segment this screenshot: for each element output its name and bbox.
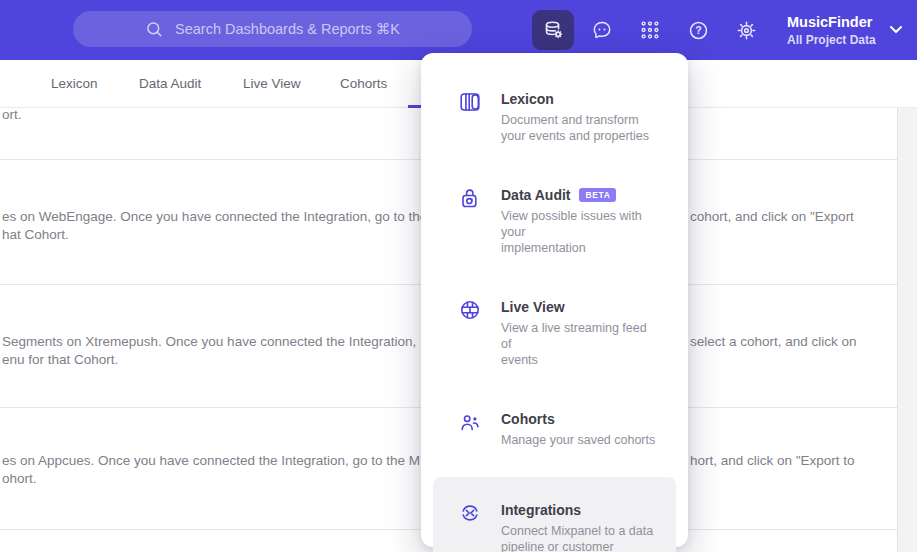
database-gear-icon <box>542 19 565 42</box>
menu-item-title: Live View <box>501 298 565 316</box>
tab-lexicon[interactable]: Lexicon <box>51 60 98 108</box>
cohorts-people-icon <box>458 410 482 434</box>
apps-menu-button[interactable] <box>629 10 671 50</box>
menu-item-description: Manage your saved cohorts <box>501 432 655 448</box>
data-management-button[interactable] <box>532 10 574 50</box>
apps-grid-icon <box>639 19 661 41</box>
menu-item-live-view[interactable]: Live View View a live streaming feed of … <box>433 285 676 381</box>
row-text-fragment: select a cohort, and click on <box>690 333 857 351</box>
menu-item-data-audit[interactable]: Data Audit BETA View possible issues wit… <box>433 173 676 269</box>
lexicon-book-icon <box>458 90 482 114</box>
menu-item-description: Connect Mixpanel to a data pipeline or c… <box>501 523 653 552</box>
feedback-button[interactable] <box>581 10 623 50</box>
project-name: MusicFinder <box>787 14 876 31</box>
menu-item-title: Lexicon <box>501 90 554 108</box>
row-text-fragment: enu for that Cohort. <box>2 351 118 369</box>
row-text-fragment: es on Appcues. Once you have connected t… <box>2 452 420 470</box>
scrollbar-track[interactable] <box>897 108 917 552</box>
tab-live-view[interactable]: Live View <box>243 60 301 108</box>
project-switcher[interactable]: MusicFinder All Project Data <box>787 9 902 51</box>
search-icon <box>145 20 164 39</box>
search-placeholder: Search Dashboards & Reports ⌘K <box>175 21 400 37</box>
project-scope: All Project Data <box>787 33 876 47</box>
menu-item-description: Document and transform your events and p… <box>501 112 649 144</box>
svg-text:?: ? <box>695 24 701 36</box>
row-text-fragment: ohort. <box>2 470 37 488</box>
row-text-fragment: hat Cohort. <box>2 226 69 244</box>
beta-badge: BETA <box>579 188 616 203</box>
live-view-globe-icon <box>458 298 482 322</box>
data-management-dropdown: Lexicon Document and transform your even… <box>421 53 688 547</box>
search-input[interactable]: Search Dashboards & Reports ⌘K <box>73 11 472 47</box>
row-text-fragment: cohort, and click on "Export <box>690 208 854 226</box>
row-text-fragment: hort, and click on "Export to <box>690 452 855 470</box>
menu-item-cohorts[interactable]: Cohorts Manage your saved cohorts <box>433 397 676 461</box>
tab-data-audit[interactable]: Data Audit <box>139 60 201 108</box>
feedback-chat-icon <box>591 19 613 41</box>
row-text-fragment: Segments on Xtremepush. Once you have co… <box>2 333 416 351</box>
menu-item-title: Cohorts <box>501 410 555 428</box>
tab-cohorts[interactable]: Cohorts <box>340 60 387 108</box>
help-icon: ? <box>687 19 710 42</box>
menu-item-integrations[interactable]: Integrations Connect Mixpanel to a data … <box>433 477 676 552</box>
integrations-sync-icon <box>458 501 482 525</box>
top-navigation-bar: Search Dashboards & Reports ⌘K ? <box>0 0 917 60</box>
row-text-fragment: ort. <box>2 106 22 124</box>
menu-item-description: View a live streaming feed of events <box>501 320 660 368</box>
settings-button[interactable] <box>725 10 767 50</box>
menu-item-title: Integrations <box>501 501 581 519</box>
menu-item-title: Data Audit <box>501 186 570 204</box>
help-button[interactable]: ? <box>677 10 719 50</box>
menu-item-description: View possible issues with your implement… <box>501 208 660 256</box>
settings-gear-icon <box>735 19 758 42</box>
data-audit-lock-icon <box>458 186 482 210</box>
menu-item-lexicon[interactable]: Lexicon Document and transform your even… <box>433 77 676 157</box>
chevron-down-icon <box>890 26 902 34</box>
row-text-fragment: es on WebEngage. Once you have connected… <box>2 208 427 226</box>
